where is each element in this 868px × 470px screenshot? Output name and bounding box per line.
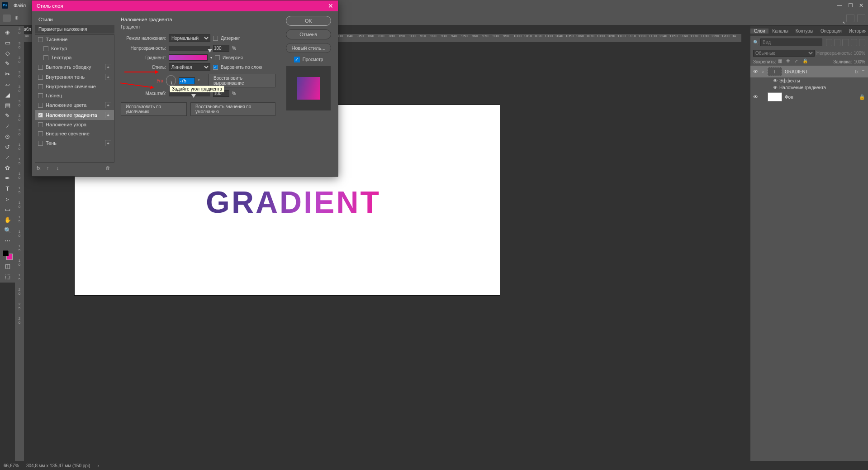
effect-satin[interactable]: Глянец	[35, 91, 114, 100]
dither-checkbox[interactable]	[213, 36, 218, 41]
effect-contour[interactable]: Контур	[35, 44, 114, 53]
home-icon[interactable]	[3, 14, 11, 22]
fx-badge[interactable]: fx	[855, 69, 859, 74]
color-swatches[interactable]	[3, 250, 13, 260]
stamp-tool[interactable]: ⟋	[2, 121, 13, 130]
opacity-value[interactable]: 100%	[854, 51, 865, 56]
reset-default-button[interactable]: Восстановить значения по умолчанию	[190, 102, 275, 116]
tab-channels[interactable]: Каналы	[768, 29, 792, 34]
heal-tool[interactable]: ▤	[2, 101, 13, 110]
type-tool[interactable]: T	[2, 184, 13, 193]
fill-value[interactable]: 100%	[854, 59, 865, 64]
plus-icon[interactable]: +	[105, 64, 111, 70]
visibility-icon[interactable]: 👁	[753, 69, 759, 74]
lock-artboard-icon[interactable]: ⤢	[794, 58, 801, 65]
effect-gradient-overlay[interactable]: Наложение градиента	[779, 85, 826, 90]
minimize-icon[interactable]: —	[835, 2, 844, 9]
close-icon[interactable]: ✕	[328, 2, 333, 10]
plus-icon[interactable]: +	[105, 74, 111, 80]
cancel-button[interactable]: Отмена	[286, 29, 331, 39]
angle-wheel[interactable]	[166, 75, 176, 86]
chevron-down-icon[interactable]: ⌃	[861, 69, 865, 75]
eraser-tool[interactable]: ↺	[2, 142, 13, 151]
blur-tool[interactable]: ✿	[2, 163, 13, 172]
zoom-tool[interactable]: 🔍	[2, 225, 13, 235]
filter-image-icon[interactable]	[826, 39, 832, 46]
filter-adjust-icon[interactable]	[834, 39, 840, 46]
opacity-slider[interactable]	[169, 46, 210, 51]
chevron-right-icon[interactable]: ›	[97, 463, 99, 468]
blend-mode-select[interactable]: Нормальный	[169, 34, 210, 42]
visibility-icon[interactable]: 👁	[773, 78, 778, 83]
blend-mode-select[interactable]: Обычные	[753, 50, 815, 57]
visibility-icon[interactable]: 👁	[773, 85, 778, 90]
more-tools[interactable]: ⋯	[2, 236, 13, 245]
effect-color-overlay[interactable]: Наложение цвета+	[35, 100, 114, 110]
shape-tool[interactable]: ▭	[2, 205, 13, 214]
opacity-input[interactable]	[213, 45, 229, 52]
blend-options-header[interactable]: Параметры наложения	[35, 25, 114, 34]
filter-shape-icon[interactable]	[851, 39, 857, 46]
effect-outer-glow[interactable]: Внешнее свечение	[35, 129, 114, 138]
effect-drop-shadow[interactable]: Тень+	[35, 138, 114, 148]
reverse-checkbox[interactable]	[215, 55, 220, 60]
hand-tool[interactable]: ✋	[2, 215, 13, 224]
layer-filter-input[interactable]	[760, 38, 822, 46]
zoom-level[interactable]: 66,67%	[4, 463, 19, 468]
gradient-picker[interactable]	[169, 54, 208, 61]
plus-icon[interactable]: +	[105, 102, 111, 108]
styles-header[interactable]: Стили	[35, 14, 114, 25]
screenmode-icon[interactable]: ⬚	[2, 272, 13, 281]
arrow-up-icon[interactable]: ↑	[47, 165, 54, 172]
tab-history[interactable]: История	[845, 29, 868, 34]
effect-inner-shadow[interactable]: Внутренняя тень+	[35, 72, 114, 82]
effect-texture[interactable]: Текстура	[35, 53, 114, 62]
tab-actions[interactable]: Операции	[817, 29, 845, 34]
tab-paths[interactable]: Контуры	[792, 29, 817, 34]
filter-type-icon[interactable]	[842, 39, 849, 46]
effect-pattern-overlay[interactable]: Наложение узора	[35, 120, 114, 129]
align-checkbox[interactable]	[213, 65, 218, 70]
ok-button[interactable]: OK	[286, 16, 331, 26]
move-tool-icon[interactable]: ⊕	[14, 15, 22, 21]
plus-icon[interactable]: +	[105, 140, 111, 146]
dialog-titlebar[interactable]: Стиль слоя ✕	[32, 0, 338, 11]
lock-pixels-icon[interactable]: ▦	[778, 58, 784, 65]
crop-tool[interactable]: ✂	[2, 69, 13, 78]
effect-stroke[interactable]: Выполнить обводку+	[35, 62, 114, 72]
move-tool[interactable]: ⊕	[2, 28, 13, 37]
fx-icon[interactable]: fx	[37, 165, 44, 172]
tab-layers[interactable]: Слои	[750, 29, 768, 34]
quickmask-icon[interactable]: ◫	[2, 261, 13, 270]
angle-input[interactable]	[179, 77, 195, 84]
menu-file[interactable]: Файл	[11, 3, 28, 8]
arrow-down-icon[interactable]: ↓	[57, 165, 64, 172]
eyedropper-tool[interactable]: ◢	[2, 90, 13, 99]
lasso-tool[interactable]: ◇	[2, 48, 13, 58]
effect-gradient-overlay[interactable]: Наложение градиента+	[35, 110, 114, 120]
visibility-icon[interactable]: 👁	[753, 94, 759, 100]
pen-tool[interactable]: ✒	[2, 173, 13, 182]
gradient-tool[interactable]: ⟋	[2, 153, 13, 162]
new-style-button[interactable]: Новый стиль...	[286, 43, 331, 53]
gradient-style-select[interactable]: Линейная	[169, 63, 210, 71]
path-tool[interactable]: ▹	[2, 194, 13, 203]
frame-icon[interactable]	[846, 14, 854, 22]
effect-inner-glow[interactable]: Внутреннее свечение	[35, 82, 114, 91]
lock-all-icon[interactable]: 🔒	[802, 58, 809, 65]
layer-background[interactable]: 👁 Фон 🔒	[750, 91, 868, 103]
effect-bevel[interactable]: Тиснение	[35, 35, 114, 44]
maximize-icon[interactable]: ☐	[845, 2, 855, 9]
preview-toggle[interactable]: ✓ Просмотр	[294, 57, 323, 62]
lock-position-icon[interactable]: ✚	[786, 58, 792, 65]
plus-icon[interactable]: +	[105, 112, 111, 118]
brush-tool[interactable]: ✎	[2, 111, 13, 120]
marquee-tool[interactable]: ▭	[2, 38, 13, 47]
frame-tool[interactable]: ▱	[2, 80, 13, 89]
make-default-button[interactable]: Использовать по умолчанию	[121, 102, 187, 116]
trash-icon[interactable]: 🗑	[105, 165, 113, 172]
filter-smart-icon[interactable]	[859, 39, 865, 46]
layer-gradient[interactable]: 👁 › T GRADIENT fx ⌃	[750, 66, 868, 77]
share-icon[interactable]	[857, 14, 865, 22]
search-icon[interactable]	[835, 14, 844, 22]
